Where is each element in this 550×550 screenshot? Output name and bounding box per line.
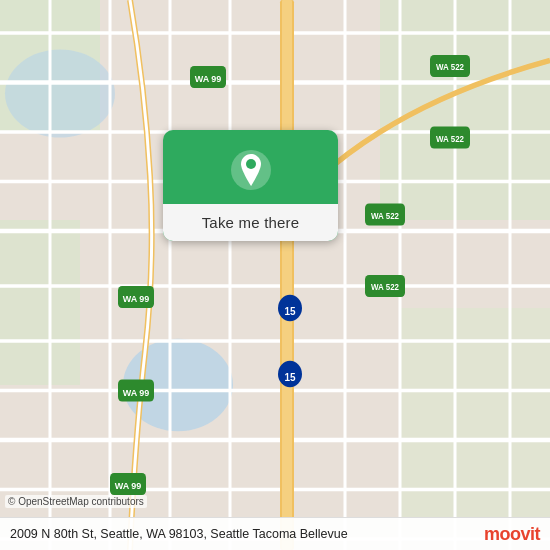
take-me-there-button[interactable]: Take me there [163,130,338,241]
svg-text:WA 99: WA 99 [123,387,150,399]
svg-text:WA 522: WA 522 [371,211,399,221]
address-text: 2009 N 80th St, Seattle, WA 98103, Seatt… [10,527,474,541]
moovit-brand-text: moovit [484,525,540,543]
svg-text:15: 15 [284,370,295,383]
svg-point-6 [5,50,115,138]
svg-text:WA 99: WA 99 [115,480,142,492]
marker-icon-area [163,130,338,204]
svg-rect-5 [400,308,550,550]
moovit-logo: moovit [484,525,540,543]
svg-text:WA 522: WA 522 [371,282,399,292]
osm-attribution: © OpenStreetMap contributors [5,495,147,508]
map-svg: WA 99 WA 99 WA 99 WA 99 15 15 WA 522 WA … [0,0,550,550]
svg-rect-3 [0,220,80,385]
take-me-there-label: Take me there [163,204,338,241]
svg-text:WA 99: WA 99 [123,293,150,305]
location-pin-icon [229,148,273,192]
osm-text: © OpenStreetMap contributors [8,496,144,507]
svg-point-50 [246,159,256,169]
svg-text:WA 522: WA 522 [436,62,464,72]
svg-text:WA 99: WA 99 [195,73,222,85]
bottom-bar: 2009 N 80th St, Seattle, WA 98103, Seatt… [0,517,550,550]
svg-text:WA 522: WA 522 [436,134,464,144]
svg-text:15: 15 [284,304,295,317]
svg-rect-28 [282,0,292,550]
map-container: WA 99 WA 99 WA 99 WA 99 15 15 WA 522 WA … [0,0,550,550]
